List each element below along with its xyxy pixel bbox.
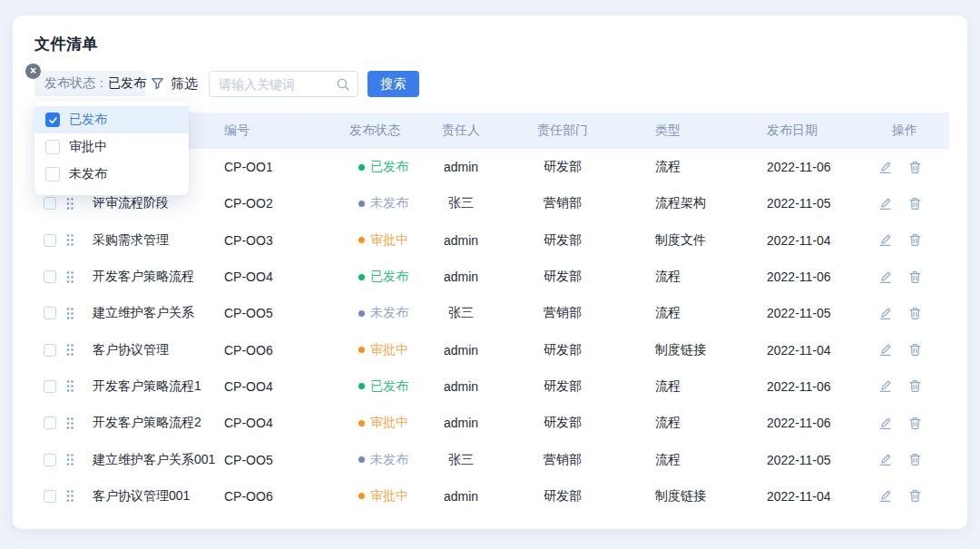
- edit-icon[interactable]: [878, 379, 892, 393]
- drag-handle-icon[interactable]: [65, 233, 74, 247]
- delete-icon[interactable]: [908, 343, 922, 357]
- delete-icon[interactable]: [908, 161, 922, 174]
- status-badge: 已发布: [349, 378, 416, 395]
- drag-handle-icon[interactable]: [65, 453, 74, 466]
- dropdown-option-unpublished[interactable]: 未发布: [34, 161, 189, 188]
- edit-icon[interactable]: [878, 233, 892, 247]
- edit-icon[interactable]: [878, 343, 892, 357]
- status-text: 已发布: [370, 378, 408, 395]
- delete-icon[interactable]: [908, 379, 922, 393]
- funnel-icon: [151, 77, 164, 91]
- status-badge: 未发布: [349, 305, 416, 321]
- file-name: 建立维护客户关系001: [85, 452, 224, 468]
- row-checkbox[interactable]: [44, 197, 56, 210]
- checkbox-unchecked-icon[interactable]: [45, 167, 60, 181]
- status-dot-icon: [358, 347, 365, 353]
- drag-handle-icon[interactable]: [65, 489, 74, 503]
- table-body: CP-OO1 已发布 admin 研发部 流程 2022-11-06: [13, 149, 967, 515]
- status-badge: 审批中: [349, 342, 416, 358]
- header-owner: 责任人: [416, 123, 506, 139]
- drag-handle-icon[interactable]: [65, 270, 74, 284]
- dropdown-option-label: 审批中: [69, 139, 107, 155]
- file-type: 流程: [619, 269, 728, 285]
- row-checkbox[interactable]: [44, 454, 56, 466]
- row-checkbox[interactable]: [44, 380, 56, 393]
- publish-date: 2022-11-04: [728, 343, 855, 358]
- edit-icon[interactable]: [878, 453, 892, 466]
- department: 研发部: [506, 378, 619, 395]
- search-button[interactable]: 搜索: [368, 71, 419, 97]
- department: 研发部: [506, 232, 619, 249]
- department: 营销部: [506, 195, 619, 211]
- file-type: 制度文件: [619, 232, 728, 249]
- owner: 张三: [416, 305, 506, 321]
- dropdown-option-published[interactable]: 已发布: [34, 106, 189, 133]
- header-status: 发布状态: [349, 123, 416, 139]
- drag-handle-icon[interactable]: [65, 379, 74, 393]
- publish-date: 2022-11-04: [728, 489, 855, 504]
- edit-icon[interactable]: [878, 417, 892, 430]
- dropdown-option-label: 已发布: [69, 112, 107, 128]
- table-row: 建立维护客户关系001 CP-OO5 未发布 张三 营销部 流程 2022-11…: [34, 441, 949, 477]
- edit-icon[interactable]: [878, 489, 892, 503]
- edit-icon[interactable]: [878, 307, 892, 320]
- publish-status-filter-tag[interactable]: 发布状态： 已发布: [34, 71, 145, 96]
- drag-handle-icon[interactable]: [65, 417, 74, 430]
- row-checkbox[interactable]: [44, 417, 56, 429]
- publish-date: 2022-11-06: [728, 379, 855, 394]
- drag-handle-icon[interactable]: [65, 197, 74, 211]
- delete-icon[interactable]: [908, 197, 922, 211]
- edit-icon[interactable]: [878, 161, 892, 174]
- department: 研发部: [506, 159, 619, 175]
- publish-date: 2022-11-04: [728, 233, 855, 248]
- dropdown-option-approving[interactable]: 审批中: [34, 133, 189, 161]
- filter-tag-label: 发布状态：: [44, 75, 108, 92]
- close-icon[interactable]: ×: [24, 63, 42, 80]
- delete-icon[interactable]: [908, 233, 922, 247]
- status-text: 审批中: [370, 232, 408, 249]
- delete-icon[interactable]: [908, 453, 922, 466]
- dropdown-option-label: 未发布: [69, 166, 107, 182]
- checkbox-checked-icon[interactable]: [45, 113, 60, 127]
- delete-icon[interactable]: [908, 489, 922, 503]
- header-ops: 操作: [855, 123, 949, 139]
- status-text: 已发布: [370, 269, 408, 285]
- table-row: 开发客户策略流程2 CP-OO4 审批中 admin 研发部 流程 2022-1…: [34, 405, 949, 441]
- status-text: 未发布: [370, 305, 408, 321]
- status-dot-icon: [358, 310, 365, 317]
- file-name: 建立维护客户关系: [85, 305, 224, 321]
- delete-icon[interactable]: [908, 307, 922, 320]
- filter-button[interactable]: 筛选: [151, 71, 198, 96]
- department: 研发部: [506, 269, 619, 285]
- department: 研发部: [506, 342, 619, 358]
- status-dot-icon: [358, 493, 365, 499]
- delete-icon[interactable]: [908, 417, 922, 430]
- row-checkbox[interactable]: [44, 490, 56, 503]
- edit-icon[interactable]: [878, 197, 892, 211]
- row-checkbox[interactable]: [44, 307, 56, 319]
- row-checkbox[interactable]: [44, 270, 56, 283]
- delete-icon[interactable]: [908, 270, 922, 284]
- status-badge: 已发布: [349, 269, 416, 285]
- publish-date: 2022-11-05: [728, 453, 855, 467]
- file-code: CP-OO4: [224, 416, 349, 430]
- file-code: CP-OO1: [224, 160, 349, 174]
- edit-icon[interactable]: [878, 270, 892, 284]
- table-row: 采购需求管理 CP-OO3 审批中 admin 研发部 制度文件 2022-11…: [34, 222, 949, 259]
- department: 研发部: [506, 415, 619, 431]
- status-text: 未发布: [370, 195, 408, 211]
- publish-date: 2022-11-05: [728, 306, 855, 320]
- table-row: 建立维护客户关系 CP-OO5 未发布 张三 营销部 流程 2022-11-05: [34, 295, 949, 331]
- status-dot-icon: [358, 420, 365, 426]
- status-dot-icon: [358, 383, 365, 389]
- row-checkbox[interactable]: [44, 344, 56, 357]
- drag-handle-icon[interactable]: [65, 343, 74, 357]
- drag-handle-icon[interactable]: [65, 307, 74, 320]
- search-box: [209, 71, 358, 97]
- file-name: 客户协议管理001: [85, 488, 224, 505]
- row-checkbox[interactable]: [44, 234, 56, 247]
- checkbox-unchecked-icon[interactable]: [45, 140, 60, 154]
- status-dot-icon: [358, 237, 365, 243]
- file-code: CP-OO5: [224, 306, 349, 320]
- file-code: CP-OO3: [224, 233, 349, 248]
